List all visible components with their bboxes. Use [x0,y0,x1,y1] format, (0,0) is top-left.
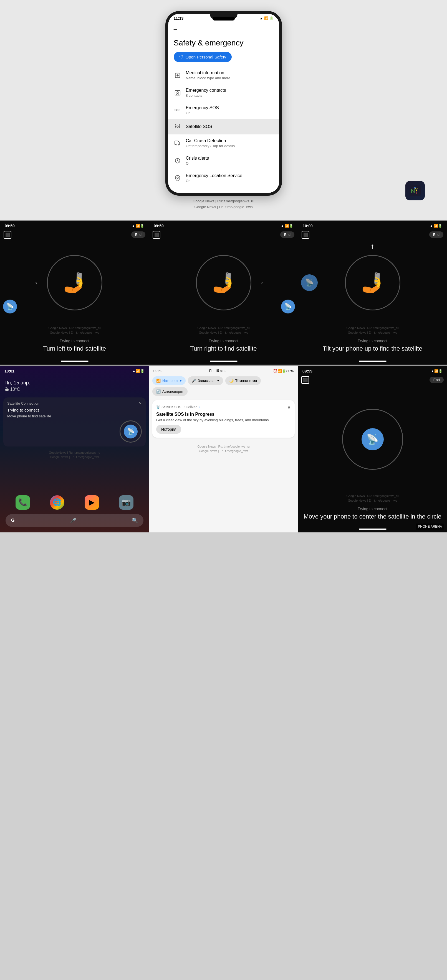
screen-record-icon-last: ⬛ [301,376,309,384]
hand-phone-1: 🤳 [62,271,86,294]
trying-text-last: Trying to connect [303,507,441,511]
circle-last: 📡 [342,409,403,470]
phone-content: Safety & emergency 🛡 Open Personal Safet… [168,36,279,190]
chevron-down-icon: ▾ [180,379,182,383]
satellite-center-badge: 📡 [362,428,384,450]
screen-record-icon-1: ⬛ [3,231,11,239]
connecting-area-2: Trying to connect Turn right to find sat… [149,336,298,358]
location-title: Emergency Location Service [186,173,274,178]
signal-icons-last: ▲📶🔋 [431,369,442,373]
news-watermark-1: Google News | Ru: t.me/googlenws_ruGoogl… [0,325,149,336]
menu-item-crash[interactable]: Car Crash Detection Off temporarily / Ta… [168,134,279,152]
close-notif-icon[interactable]: ✕ [139,401,142,406]
middle-phones-row: 09:59 ▲ 📶🔋 ⬛ End 📡 ← 🤳 Google News | Ru:… [0,221,447,365]
menu-item-location[interactable]: Emergency Location Service On [168,169,279,187]
arrow-left: ← [34,278,42,287]
crash-subtitle: Off temporarily / Tap for details [186,144,274,148]
contacts-title: Emergency contacts [186,88,274,93]
direction-text-3: Tilt your phone up to find the satellite [304,345,441,353]
arrow-right: → [257,278,264,287]
satellite-sos-notification[interactable]: 📡 Satellite SOS • Сейчас ✓ ∧ Satellite S… [152,400,295,438]
time-1: 09:59 [5,224,15,228]
search-microphone-icon[interactable]: 🎤 [70,517,76,523]
connecting-area-last: Trying to connect Move your phone to cen… [298,504,447,526]
chevron-down-icon-2: ▾ [217,379,219,383]
search-lens-icon[interactable]: 🔍 [132,517,138,523]
qs-rotate[interactable]: 🔄 Автоповорот [152,387,188,396]
internet-icon: 📶 [156,379,161,383]
notification-list: 📡 Satellite SOS • Сейчас ✓ ∧ Satellite S… [152,400,295,440]
trying-text-2: Trying to connect [155,339,292,343]
status-bar-last: 09:59 ▲📶🔋 [298,366,447,375]
satellite-title: Satellite SOS [186,124,274,129]
end-button-1[interactable]: End [131,231,145,238]
home-status-bar: 10:01 ▲📶🔋 [0,366,149,374]
home-date-weather: Пн, 15 апр. 🌥 10°C [0,374,149,395]
historia-button[interactable]: История [156,425,181,434]
svg-point-4 [176,144,177,145]
status-icons: ▲📶🔋 [260,16,274,20]
end-button-3[interactable]: End [429,231,444,238]
panel-icons: ⏰📶🔋80% [273,369,294,373]
menu-item-sos[interactable]: SOS Emergency SOS On [168,102,279,119]
phone-top-bar: ← [168,23,279,36]
notif-item-header: 📡 Satellite SOS • Сейчас ✓ ∧ [156,404,291,410]
home-dock: 📞 🌐 ▶ 📷 G 🎤 🔍 [0,493,149,532]
contacts-icon [174,89,182,97]
end-button-2[interactable]: End [280,231,294,238]
dock-chrome-icon[interactable]: 🌐 [50,495,64,510]
menu-item-satellite[interactable]: Satellite SOS [168,119,279,134]
crash-title: Car Crash Detection [186,138,274,143]
top-bar-3: ⬛ End [298,230,447,241]
time-3: 10:00 [303,224,313,228]
menu-item-crisis[interactable]: Crisis alerts On [168,152,279,169]
home-weather: 🌥 10°C [5,387,145,392]
sos-subtitle: On [186,111,274,115]
satellite-anim: 📡 [124,425,137,438]
personal-safety-icon: 🛡 [179,55,184,59]
trying-text-3: Trying to connect [304,339,441,343]
bottom-phones-row: 10:01 ▲📶🔋 Пн, 15 апр. 🌥 10°C Satellite C… [0,366,447,532]
menu-item-contacts[interactable]: Emergency contacts 8 contacts [168,84,279,102]
dock-camera-icon[interactable]: 📷 [119,495,134,510]
back-button[interactable]: ← [172,26,178,32]
qs-dark[interactable]: 🌙 Тёмная тема [225,376,261,385]
dock-play-icon[interactable]: ▶ [85,495,99,510]
phone-tilt-up: 10:00 ▲ 📶🔋 ⬛ End 📡 ↑ 🤳 Google News | Ru:… [298,221,447,365]
panel-news-watermark: Google News | Ru: t.me/googlenws_ruGoogl… [149,442,298,456]
panel-status-bar: 09:59 Пн, 15 апр. ⏰📶🔋80% [149,366,298,374]
google-search-bar[interactable]: G 🎤 🔍 [6,514,144,527]
connecting-area-1: Trying to connect Turn left to find sate… [0,336,149,358]
notif-card-title-label: Satellite Connection [7,401,39,406]
home-bar-last [359,528,386,530]
satellite-badge-3-large: 📡 [301,274,318,291]
satellite-notification-card[interactable]: Satellite Connection ✕ Trying to connect… [3,398,146,447]
notif-app-name: 📡 Satellite SOS • Сейчас ✓ [156,405,201,409]
time-2: 09:59 [154,224,164,228]
qs-internet[interactable]: 📶 Интернет ▾ [152,376,186,385]
status-bar-1: 09:59 ▲ 📶🔋 [0,221,149,230]
notif-item-body: Get a clear view of the sky by avoiding … [156,418,291,422]
satellite-icon [174,123,182,130]
end-button-last[interactable]: End [429,377,444,383]
screen-record-icon-3: ⬛ [302,231,310,239]
rotate-icon: 🔄 [156,390,161,393]
notification-panel-phone: 09:59 Пн, 15 апр. ⏰📶🔋80% 📶 Интернет ▾ 🎤 … [149,366,298,532]
time-last: 09:59 [302,369,313,373]
circle-3: ↑ 🤳 [345,255,401,310]
screen-record-icon-2: ⬛ [153,231,160,239]
menu-item-medical[interactable]: Medical information Name, blood type and… [168,67,279,84]
sos-title: Emergency SOS [186,105,274,110]
google-news-bottom: Google News | Ru: t.me/googlenws_ruGoogl… [193,196,254,212]
notif-card-body: Move phone to find satellite [7,414,142,418]
notif-card-body-title: Trying to connect [7,408,142,412]
expand-notif-icon[interactable]: ∧ [287,404,291,410]
location-subtitle: On [186,179,274,183]
home-news-watermark: GoogleNews | Ru: t.me/googlenws_ruGoogle… [0,449,149,461]
svg-point-3 [177,126,179,127]
dock-phone-icon[interactable]: 📞 [16,495,30,510]
open-personal-safety-button[interactable]: 🛡 Open Personal Safety [174,52,232,62]
signal-icon-2: ▲ 📶🔋 [281,224,293,228]
trying-text-1: Trying to connect [6,339,143,343]
qs-record[interactable]: 🎤 Запись в... ▾ [188,376,223,385]
